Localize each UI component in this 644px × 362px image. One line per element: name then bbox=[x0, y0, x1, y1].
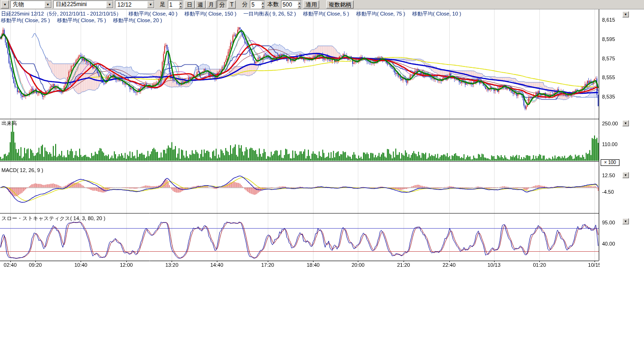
minute-label: 分 bbox=[241, 0, 248, 8]
time-axis-label: 10/13 bbox=[487, 262, 501, 268]
bar-multiple-input[interactable] bbox=[168, 1, 179, 8]
minute-input[interactable] bbox=[250, 1, 261, 8]
macd-tick-label: 12.50 bbox=[602, 173, 615, 178]
stoch-tick-label: 40.00 bbox=[602, 241, 615, 247]
time-axis: 02:4009:2010:4012:0013:2014:4017:2018:40… bbox=[0, 262, 600, 269]
bar-multiple-stepper: ▲▼ bbox=[168, 0, 183, 8]
stoch-tick-label: 95.00 bbox=[602, 220, 615, 225]
stoch-panel-dropdown[interactable]: ▼ bbox=[622, 218, 629, 224]
indicator-text: 移動平均( Close, 150 ) bbox=[184, 11, 236, 16]
bar-count-input[interactable] bbox=[281, 1, 297, 8]
indicator-text: 移動平均( Close, 10 ) bbox=[412, 11, 461, 16]
spinner-buttons[interactable]: ▲▼ bbox=[297, 1, 302, 8]
time-axis-label: 17:20 bbox=[261, 262, 274, 268]
period-button-月[interactable]: 月 bbox=[206, 0, 216, 8]
contract-month-combo[interactable]: 12/12 ▼ bbox=[115, 0, 155, 8]
volume-tick-label: 110.00 bbox=[602, 141, 618, 147]
indicator-text: 一目均衡表( 9, 26, 52 ) bbox=[243, 11, 296, 16]
price-tick-label: 8,535 bbox=[602, 94, 615, 99]
time-axis-label: 14:40 bbox=[210, 262, 223, 268]
time-axis-label: 22:40 bbox=[443, 262, 456, 268]
spinner-buttons[interactable]: ▲▼ bbox=[179, 1, 182, 8]
chevron-down-icon[interactable]: ▼ bbox=[147, 1, 154, 8]
time-axis-label: 20:00 bbox=[352, 262, 365, 268]
contract-combo-value: 12/12 bbox=[116, 1, 133, 8]
chart-canvas[interactable] bbox=[0, 0, 644, 273]
time-axis-label: 09:20 bbox=[29, 262, 42, 268]
volume-panel-label: 出来高 bbox=[1, 120, 17, 127]
apply-button[interactable]: 適用 bbox=[303, 0, 319, 8]
period-button-日[interactable]: 日 bbox=[184, 0, 195, 8]
bar-count-label: 本数 bbox=[266, 0, 280, 8]
minute-stepper: ▲▼ bbox=[250, 0, 265, 8]
category-combo-value: 先物 bbox=[11, 0, 26, 8]
chevron-down-icon[interactable]: ▼ bbox=[44, 1, 51, 8]
macd-tick-label: -4.50 bbox=[602, 189, 614, 195]
period-button-分[interactable]: 分 bbox=[217, 0, 227, 8]
spinner-buttons[interactable]: ▲▼ bbox=[261, 1, 265, 8]
time-axis-label: 10:40 bbox=[74, 262, 88, 268]
indicator-text: 移動平均( Close, 75 ) bbox=[356, 11, 405, 16]
period-button-group: 日週月分T bbox=[184, 0, 236, 8]
indicator-text: 移動平均( Close, 25 ) bbox=[1, 17, 50, 23]
volume-multiplier-badge: × 100 bbox=[601, 159, 619, 166]
bar-type-label: 足 bbox=[159, 0, 166, 8]
volume-panel-dropdown[interactable]: ▼ bbox=[622, 120, 629, 126]
time-axis-label: 12:00 bbox=[120, 262, 133, 268]
period-button-週[interactable]: 週 bbox=[195, 0, 206, 8]
price-panel-dropdown[interactable]: ▼ bbox=[622, 11, 629, 17]
toolbar: ▼ 先物 ▼ 日経225mini ▼ 12/12 ▼ 足 ▲▼ 日週月分T 分 … bbox=[0, 0, 644, 9]
chart-application: ▼ 先物 ▼ 日経225mini ▼ 12/12 ▼ 足 ▲▼ 日週月分T 分 … bbox=[0, 0, 644, 362]
volume-tick-label: 250.00 bbox=[602, 121, 618, 126]
time-axis-label: 13:20 bbox=[165, 262, 179, 268]
bar-count-stepper: ▲▼ bbox=[281, 0, 302, 8]
symbol-combo-value: 日経225mini bbox=[54, 0, 89, 8]
indicator-header-line2: 移動平均( Close, 25 )移動平均( Close, 75 )移動平均( … bbox=[1, 17, 169, 24]
time-axis-label: 18:40 bbox=[306, 262, 320, 268]
price-tick-label: 8,575 bbox=[602, 56, 615, 61]
chevron-down-icon[interactable]: ▼ bbox=[106, 1, 113, 8]
time-axis-label: 02:40 bbox=[4, 262, 17, 268]
period-button-T[interactable]: T bbox=[228, 0, 236, 8]
macd-panel-dropdown[interactable]: ▼ bbox=[622, 172, 629, 178]
time-axis-label: 01:20 bbox=[533, 262, 546, 268]
category-combo[interactable]: 先物 ▼ bbox=[10, 0, 52, 8]
indicator-text: 移動平均( Close, 5 ) bbox=[303, 11, 349, 16]
indicator-text: 移動平均( Close, 75 ) bbox=[57, 17, 106, 23]
macd-panel-label: MACD( 12, 26, 9 ) bbox=[1, 167, 43, 173]
toolbar-collapse-dropdown[interactable]: ▼ bbox=[1, 0, 9, 8]
indicator-header-line1: 日経225mini 12/12（5分, 2012/10/11 - 2012/10… bbox=[1, 10, 468, 17]
price-tick-label: 8,615 bbox=[602, 17, 615, 23]
indicator-text: 移動平均( Close, 40 ) bbox=[128, 11, 177, 16]
stoch-panel-label: スロー・ストキャスティクス( 14, 3, 80, 20 ) bbox=[1, 215, 105, 222]
indicator-text: 日経225mini 12/12（5分, 2012/10/11 - 2012/10… bbox=[1, 11, 121, 16]
multi-symbol-button[interactable]: 複数銘柄 bbox=[326, 0, 354, 8]
price-tick-label: 8,595 bbox=[602, 36, 615, 42]
price-tick-label: 8,555 bbox=[602, 74, 615, 80]
time-axis-label: 10/15 bbox=[588, 262, 600, 268]
symbol-combo[interactable]: 日経225mini ▼ bbox=[53, 0, 114, 8]
time-axis-label: 21:20 bbox=[397, 262, 410, 268]
indicator-text: 移動平均( Close, 20 ) bbox=[113, 17, 162, 23]
